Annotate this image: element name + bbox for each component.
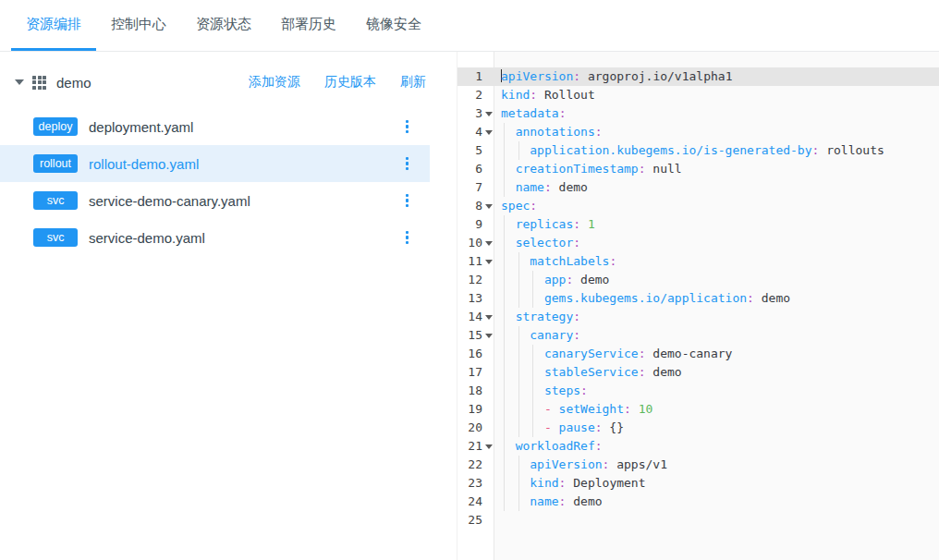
code-token: matchLabels: [530, 254, 609, 268]
code-line-content[interactable]: name: demo: [494, 178, 939, 197]
code-line[interactable]: 22 apiVersion: apps/v1: [457, 456, 939, 474]
code-line[interactable]: 15 canary:: [457, 326, 939, 345]
code-line[interactable]: 20 - pause: {}: [457, 419, 939, 437]
tree-node-label: demo: [56, 75, 91, 91]
code-line-content[interactable]: creationTimestamp: null: [494, 160, 939, 178]
indent-guide: [501, 474, 516, 493]
code-token: name: [530, 494, 558, 508]
tab-bar: 资源编排控制中心资源状态部署历史镜像安全: [0, 0, 939, 52]
code-line[interactable]: 5 application.kubegems.io/is-generated-b…: [457, 141, 939, 160]
refresh-link[interactable]: 刷新: [400, 74, 426, 91]
code-line-content[interactable]: application.kubegems.io/is-generated-by:…: [494, 141, 939, 160]
code-token: demo-canary: [646, 347, 733, 360]
code-token: :: [530, 88, 537, 102]
code-line-content[interactable]: - setWeight: 10: [494, 400, 939, 419]
tab-image-security[interactable]: 镜像安全: [351, 0, 436, 51]
code-line-content[interactable]: kind: Deployment: [494, 474, 939, 493]
file-row[interactable]: svc service-demo.yaml: [0, 219, 430, 256]
code-line-content[interactable]: strategy:: [494, 308, 939, 326]
code-token: setWeight: [559, 402, 624, 416]
fold-arrow-icon[interactable]: [485, 444, 493, 449]
code-line-content[interactable]: spec:: [494, 197, 939, 215]
code-line-content[interactable]: metadata:: [494, 104, 939, 123]
code-line[interactable]: 1 apiVersion: argoproj.io/v1alpha1: [457, 67, 939, 86]
tab-resource-orchestration[interactable]: 资源编排: [11, 0, 96, 51]
code-line[interactable]: 14 strategy:: [457, 308, 939, 326]
code-line-content[interactable]: replicas: 1: [494, 215, 939, 234]
code-line[interactable]: 24 name: demo: [457, 493, 939, 511]
code-token: :: [559, 106, 567, 120]
kebab-menu-icon[interactable]: [403, 116, 412, 138]
code-line[interactable]: 25: [457, 511, 939, 530]
fold-arrow-icon[interactable]: [485, 334, 493, 338]
code-line-content[interactable]: apiVersion: apps/v1: [494, 456, 939, 474]
code-line-content[interactable]: selector:: [494, 234, 939, 252]
kebab-menu-icon[interactable]: [403, 227, 412, 249]
tab-deploy-history[interactable]: 部署历史: [266, 0, 351, 51]
code-line-content[interactable]: [494, 511, 939, 530]
code-line-content[interactable]: app: demo: [494, 271, 939, 289]
file-row[interactable]: deploy deployment.yaml: [0, 108, 430, 145]
code-line[interactable]: 18 steps:: [457, 382, 939, 400]
code-line-content[interactable]: stableService: demo: [494, 363, 939, 382]
fold-arrow-icon[interactable]: [485, 130, 493, 135]
code-line-content[interactable]: canaryService: demo-canary: [494, 345, 939, 363]
kebab-menu-icon[interactable]: [403, 153, 412, 175]
yaml-editor[interactable]: 1 apiVersion: argoproj.io/v1alpha1 2 kin…: [457, 52, 939, 560]
code-line-content[interactable]: annotations:: [494, 123, 939, 141]
code-line-content[interactable]: name: demo: [494, 493, 939, 511]
code-token: 1: [580, 217, 595, 231]
tab-resource-status[interactable]: 资源状态: [181, 0, 266, 51]
code-line[interactable]: 8 spec:: [457, 197, 939, 215]
caret-down-icon[interactable]: [15, 79, 24, 85]
code-token: apiVersion: [530, 457, 602, 471]
history-versions-link[interactable]: 历史版本: [324, 74, 376, 91]
code-token: rollouts: [819, 143, 884, 157]
code-line[interactable]: 23 kind: Deployment: [457, 474, 939, 493]
code-token: :: [639, 347, 646, 360]
code-line-content[interactable]: gems.kubegems.io/application: demo: [494, 289, 939, 308]
fold-arrow-icon[interactable]: [485, 260, 493, 264]
code-line[interactable]: 13 gems.kubegems.io/application: demo: [457, 289, 939, 308]
file-row[interactable]: rollout rollout-demo.yaml: [0, 145, 430, 182]
file-name: service-demo.yaml: [89, 230, 403, 246]
code-line[interactable]: 2 kind: Rollout: [457, 86, 939, 104]
code-line[interactable]: 6 creationTimestamp: null: [457, 160, 939, 178]
code-line[interactable]: 3 metadata:: [457, 104, 939, 123]
file-row[interactable]: svc service-demo-canary.yaml: [0, 182, 430, 219]
code-line[interactable]: 16 canaryService: demo-canary: [457, 345, 939, 363]
fold-arrow-icon[interactable]: [485, 204, 493, 209]
code-line[interactable]: 17 stableService: demo: [457, 363, 939, 382]
fold-arrow-icon[interactable]: [485, 241, 493, 246]
code-line-content[interactable]: kind: Rollout: [494, 86, 939, 104]
indent-guide: [516, 456, 530, 474]
file-name: deployment.yaml: [89, 119, 403, 135]
line-number: 5: [457, 141, 494, 160]
code-line[interactable]: 4 annotations:: [457, 123, 939, 141]
code-line-content[interactable]: apiVersion: argoproj.io/v1alpha1: [494, 67, 939, 86]
code-line[interactable]: 12 app: demo: [457, 271, 939, 289]
code-line[interactable]: 10 selector:: [457, 234, 939, 252]
code-line-content[interactable]: workloadRef:: [494, 437, 939, 456]
code-line-content[interactable]: steps:: [494, 382, 939, 400]
code-line-content[interactable]: canary:: [494, 326, 939, 345]
code-token: Deployment: [566, 476, 645, 490]
tab-control-center[interactable]: 控制中心: [96, 0, 181, 51]
code-line[interactable]: 7 name: demo: [457, 178, 939, 197]
kebab-menu-icon[interactable]: [403, 190, 412, 212]
indent-guide: [501, 345, 516, 363]
code-line[interactable]: 19 - setWeight: 10: [457, 400, 939, 419]
line-number: 9: [457, 215, 494, 234]
file-list: deploy deployment.yaml rollout rollout-d…: [0, 108, 430, 256]
code-line-content[interactable]: - pause: {}: [494, 419, 939, 437]
code-line-content[interactable]: matchLabels:: [494, 252, 939, 271]
code-line[interactable]: 11 matchLabels:: [457, 252, 939, 271]
code-line[interactable]: 21 workloadRef:: [457, 437, 939, 456]
code-token: kind: [501, 88, 530, 102]
code-line[interactable]: 9 replicas: 1: [457, 215, 939, 234]
fold-arrow-icon[interactable]: [485, 315, 493, 320]
fold-arrow-icon[interactable]: [485, 112, 493, 116]
add-resource-link[interactable]: 添加资源: [249, 74, 300, 91]
code-token: name: [516, 180, 544, 194]
indent-guide: [516, 252, 530, 271]
